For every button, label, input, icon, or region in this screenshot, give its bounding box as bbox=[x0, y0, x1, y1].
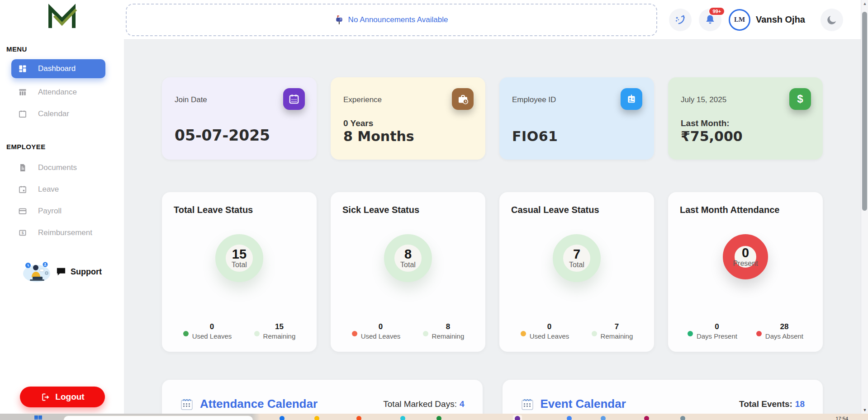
legend: 0 Used Leaves 8 Remaining bbox=[341, 322, 475, 340]
total-marked-days: Total Marked Days:4 bbox=[383, 399, 464, 409]
taskbar-search-bar[interactable] bbox=[63, 415, 253, 420]
scroll-up-arrow[interactable]: ▲ bbox=[861, 1, 868, 6]
dashboard-grid-icon bbox=[18, 64, 27, 73]
taskbar-app-icon[interactable] bbox=[601, 416, 606, 420]
moon-icon bbox=[826, 14, 838, 26]
taskbar-app-icon[interactable] bbox=[356, 416, 361, 420]
sidebar-item-reimbursement[interactable]: $ Reimbursement bbox=[0, 222, 124, 244]
card-title: Casual Leave Status bbox=[509, 205, 644, 215]
legend-used-leaves: 0 Used Leaves bbox=[521, 322, 569, 340]
info-cards-row: Join Date 05-07-2025 Experience 0 Years bbox=[162, 77, 823, 160]
vertical-scrollbar[interactable]: ▲ ▼ bbox=[861, 0, 868, 414]
legend-value: 0 bbox=[210, 322, 214, 331]
id-badge-icon bbox=[621, 88, 642, 110]
legend: 0 Days Present 28 Days Absent bbox=[678, 322, 813, 340]
os-taskbar: 17:54 bbox=[0, 414, 868, 420]
sparkle-arrow-icon bbox=[674, 14, 687, 26]
used-leaves-dot bbox=[183, 331, 189, 336]
used-leaves-dot bbox=[521, 331, 526, 336]
taskbar-app-icon[interactable] bbox=[436, 416, 441, 420]
stat-label: Total Marked Days: bbox=[383, 399, 457, 409]
taskbar-active-app-icon[interactable] bbox=[513, 415, 522, 420]
sidebar-item-documents[interactable]: Documents bbox=[0, 157, 124, 179]
card-title: Total Leave Status bbox=[172, 205, 307, 215]
avatar[interactable]: LM bbox=[729, 9, 750, 31]
support-label: Support bbox=[71, 267, 102, 277]
m-logo-icon bbox=[43, 4, 81, 32]
legend-label: Days Present bbox=[697, 332, 737, 340]
menu-section-label: MENU bbox=[6, 45, 124, 53]
days-absent-dot bbox=[756, 331, 762, 336]
dark-mode-toggle[interactable] bbox=[821, 9, 843, 31]
event-calendar-card: Event Calendar Total Events:18 bbox=[503, 380, 823, 414]
sidebar-item-payroll[interactable]: Payroll bbox=[0, 200, 124, 222]
chat-bubble-icon bbox=[56, 267, 66, 276]
legend-value: 0 bbox=[715, 322, 719, 331]
join-date-card: Join Date 05-07-2025 bbox=[162, 77, 317, 160]
remaining-dot bbox=[254, 331, 260, 336]
dashboard-content: Join Date 05-07-2025 Experience 0 Years bbox=[124, 40, 861, 414]
sidebar-item-support[interactable]: Support bbox=[22, 260, 124, 283]
scroll-down-arrow[interactable]: ▼ bbox=[861, 408, 868, 412]
sidebar-item-label: Reimbursement bbox=[38, 228, 92, 237]
experience-months: 8 Months bbox=[343, 128, 473, 144]
logout-button[interactable]: Logout bbox=[20, 387, 105, 407]
sidebar-item-label: Documents bbox=[38, 163, 77, 172]
casual-leave-donut-chart: 7 Total bbox=[553, 234, 601, 282]
company-logo bbox=[0, 0, 124, 32]
legend-label: Remaining bbox=[432, 332, 465, 340]
quick-actions-button[interactable] bbox=[669, 9, 692, 31]
sidebar-item-dashboard[interactable]: Dashboard bbox=[11, 59, 105, 78]
attendance-calendar-card: Attendance Calendar Total Marked Days:4 bbox=[162, 380, 483, 414]
notifications-button[interactable]: 99+ bbox=[699, 9, 721, 31]
attendance-donut-chart: 0 Present bbox=[723, 234, 768, 279]
taskbar-app-icon[interactable] bbox=[567, 416, 572, 420]
legend: 0 Used Leaves 7 Remaining bbox=[509, 322, 644, 340]
experience-card: Experience 0 Years 8 Months bbox=[331, 77, 485, 160]
sidebar-item-label: Attendance bbox=[38, 88, 77, 97]
document-icon bbox=[18, 163, 27, 172]
salary-card: July 15, 2025 $ Last Month: ₹75,000 bbox=[668, 77, 823, 160]
section-title: Event Calendar bbox=[541, 397, 626, 411]
total-events: Total Events:18 bbox=[739, 399, 805, 409]
stat-value: 4 bbox=[460, 399, 465, 409]
sidebar-item-attendance[interactable]: Attendance bbox=[0, 81, 124, 103]
taskbar-app-icon[interactable] bbox=[680, 416, 685, 420]
legend-remaining: 15 Remaining bbox=[254, 322, 296, 340]
donut-label: Present bbox=[733, 260, 758, 268]
legend-label: Days Absent bbox=[765, 332, 803, 340]
taskbar-clock[interactable]: 17:54 bbox=[835, 416, 848, 420]
card-title: Last Month Attendance bbox=[678, 205, 813, 215]
legend-used-leaves: 0 Used Leaves bbox=[183, 322, 232, 340]
legend-label: Remaining bbox=[263, 332, 296, 340]
legend-value: 7 bbox=[615, 322, 619, 331]
donut-value: 15 bbox=[232, 247, 247, 261]
scrollbar-thumb[interactable] bbox=[862, 12, 867, 211]
legend-value: 15 bbox=[275, 322, 284, 331]
legend: 0 Used Leaves 15 Remaining bbox=[172, 322, 307, 340]
calendar-icon bbox=[18, 109, 27, 118]
employee-id-card: Employee ID FIO61 bbox=[499, 77, 654, 160]
stat-value: 18 bbox=[795, 399, 805, 409]
taskbar-app-icon[interactable] bbox=[280, 416, 285, 420]
donut-value: 7 bbox=[573, 247, 580, 261]
attendance-columns-icon bbox=[18, 88, 27, 97]
menu-nav: Dashboard Attendance Calendar bbox=[0, 59, 124, 125]
sidebar-item-leave[interactable]: Leave bbox=[0, 179, 124, 200]
legend-value: 8 bbox=[446, 322, 450, 331]
taskbar-app-icon[interactable] bbox=[400, 416, 405, 420]
taskbar-app-icon[interactable] bbox=[314, 416, 319, 420]
legend-remaining: 7 Remaining bbox=[592, 322, 633, 340]
user-name[interactable]: Vansh Ojha bbox=[756, 14, 805, 25]
taskbar-app-icon[interactable] bbox=[644, 416, 649, 420]
legend-value: 0 bbox=[547, 322, 551, 331]
wallet-icon bbox=[18, 207, 27, 216]
sidebar-item-calendar[interactable]: Calendar bbox=[0, 103, 124, 125]
donut-label: Total bbox=[232, 261, 247, 269]
total-leave-donut-chart: 15 Total bbox=[215, 234, 263, 282]
total-leave-status-card: Total Leave Status 15 Total 0 Used Leave… bbox=[162, 192, 317, 352]
support-illustration bbox=[22, 260, 52, 283]
donut-label: Total bbox=[569, 261, 584, 269]
windows-start-button[interactable] bbox=[34, 415, 43, 420]
casual-leave-status-card: Casual Leave Status 7 Total 0 Used Leave… bbox=[499, 192, 654, 352]
